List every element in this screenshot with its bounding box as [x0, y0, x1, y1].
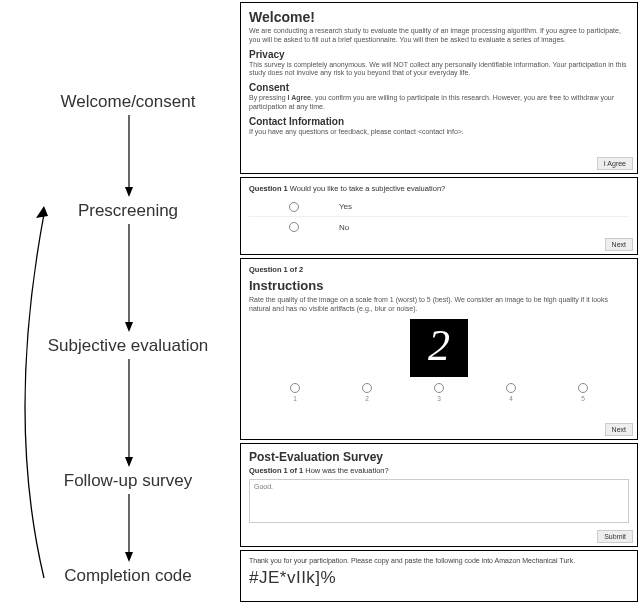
rating-scale: 1 2 3 4 5	[249, 383, 629, 416]
scale-item-5[interactable]: 5	[578, 383, 588, 402]
scale-num: 5	[581, 395, 585, 402]
eval-counter: Question 1 of 2	[249, 265, 629, 274]
svg-marker-1	[125, 187, 133, 197]
scale-num: 4	[509, 395, 513, 402]
option-label-no: No	[339, 223, 349, 232]
consent-heading: Consent	[249, 82, 629, 93]
contact-text: If you have any questions or feedback, p…	[249, 128, 629, 137]
welcome-intro: We are conducting a research study to ev…	[249, 27, 629, 45]
prescreen-question: Question 1 Would you like to take a subj…	[249, 184, 629, 193]
question-text: How was the evaluation?	[303, 466, 388, 475]
thanks-text: Thank you for your participation. Please…	[249, 557, 629, 564]
svg-marker-3	[125, 322, 133, 332]
question-text: Would you like to take a subjective eval…	[288, 184, 445, 193]
question-label: Question 1	[249, 184, 288, 193]
radio-icon[interactable]	[289, 202, 299, 212]
welcome-panel: Welcome! We are conducting a research st…	[240, 2, 638, 174]
svg-marker-5	[125, 457, 133, 467]
consent-pre: By pressing	[249, 94, 288, 101]
completion-panel: Thank you for your participation. Please…	[240, 550, 638, 602]
option-row-yes[interactable]: Yes	[249, 197, 629, 217]
privacy-heading: Privacy	[249, 49, 629, 60]
option-row-no[interactable]: No	[249, 217, 629, 237]
consent-text: By pressing I Agree, you confirm you are…	[249, 94, 629, 112]
svg-marker-8	[36, 206, 48, 218]
option-label-yes: Yes	[339, 202, 352, 211]
radio-icon[interactable]	[506, 383, 516, 393]
post-survey-panel: Post-Evaluation Survey Question 1 of 1 H…	[240, 443, 638, 547]
eval-counter-text: Question 1 of 2	[249, 265, 303, 274]
radio-icon[interactable]	[434, 383, 444, 393]
radio-icon[interactable]	[290, 383, 300, 393]
image-preview: 2	[410, 319, 468, 377]
radio-icon[interactable]	[289, 222, 299, 232]
prescreen-panel: Question 1 Would you like to take a subj…	[240, 177, 638, 255]
next-button[interactable]: Next	[605, 238, 633, 251]
flow-label-welcome: Welcome/consent	[28, 92, 228, 112]
post-question: Question 1 of 1 How was the evaluation?	[249, 466, 629, 475]
arrow-icon	[123, 224, 135, 332]
scale-item-2[interactable]: 2	[362, 383, 372, 402]
arrow-icon	[123, 359, 135, 467]
scale-item-1[interactable]: 1	[290, 383, 300, 402]
arrow-icon	[123, 115, 135, 197]
evaluation-panel: Question 1 of 2 Instructions Rate the qu…	[240, 258, 638, 440]
scale-num: 2	[365, 395, 369, 402]
agree-button[interactable]: I Agree	[597, 157, 633, 170]
welcome-title: Welcome!	[249, 9, 629, 25]
submit-button[interactable]: Submit	[597, 530, 633, 543]
instructions-text: Rate the quality of the image on a scale…	[249, 296, 629, 314]
scale-item-3[interactable]: 3	[434, 383, 444, 402]
svg-marker-7	[125, 552, 133, 562]
privacy-text: This survey is completely anonymous. We …	[249, 61, 629, 79]
question-label: Question 1 of 1	[249, 466, 303, 475]
flow-column: Welcome/consent Prescreening Subjective …	[0, 0, 240, 606]
completion-code: #JE*vIIk]%	[249, 568, 629, 588]
radio-icon[interactable]	[362, 383, 372, 393]
instructions-heading: Instructions	[249, 278, 629, 293]
arrow-icon	[123, 494, 135, 562]
consent-bold: I Agree	[288, 94, 311, 101]
digit-glyph: 2	[428, 320, 450, 371]
post-title: Post-Evaluation Survey	[249, 450, 629, 464]
scale-item-4[interactable]: 4	[506, 383, 516, 402]
contact-heading: Contact Information	[249, 116, 629, 127]
feedback-textarea[interactable]: Good.	[249, 479, 629, 523]
panels-column: Welcome! We are conducting a research st…	[240, 0, 640, 606]
scale-num: 3	[437, 395, 441, 402]
radio-icon[interactable]	[578, 383, 588, 393]
loop-arrow-icon	[0, 198, 60, 588]
scale-num: 1	[293, 395, 297, 402]
next-button[interactable]: Next	[605, 423, 633, 436]
